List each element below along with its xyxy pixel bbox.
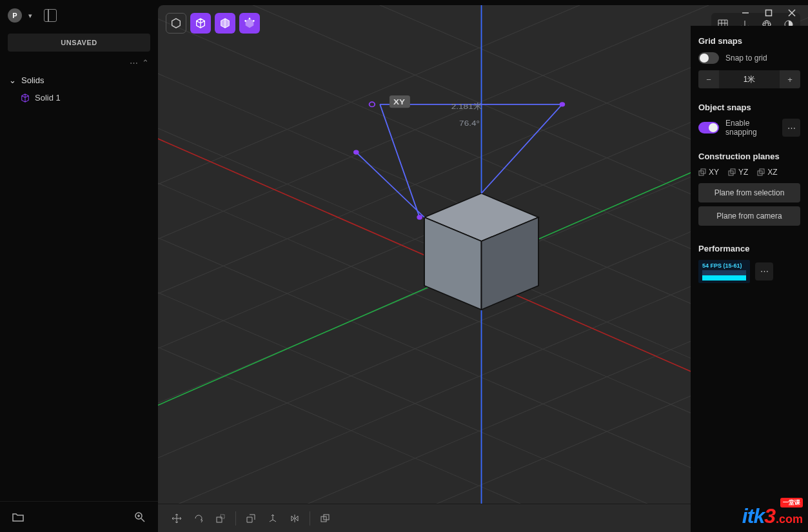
boolean-union-icon[interactable]: [241, 509, 261, 528]
rotate-tool-icon[interactable]: [189, 509, 208, 528]
xy-label: XY: [393, 98, 406, 106]
mode-vertex-button[interactable]: [239, 13, 260, 34]
window-minimize[interactable]: [740, 7, 751, 19]
svg-point-34: [417, 215, 422, 219]
fps-monitor: 54 FPS (15-61): [698, 260, 750, 283]
plane-from-camera-button[interactable]: Plane from camera: [698, 206, 800, 226]
chevron-down-icon[interactable]: ▾: [28, 12, 32, 20]
user-avatar[interactable]: P: [8, 8, 22, 23]
cube-icon: [21, 94, 30, 103]
svg-point-35: [370, 102, 375, 106]
mirror-icon[interactable]: [285, 509, 304, 528]
mode-object-button[interactable]: [166, 13, 186, 34]
grid-size-stepper[interactable]: − 1米 +: [698, 70, 800, 88]
svg-point-33: [353, 150, 359, 154]
grid-value: 1米: [719, 70, 780, 88]
object-snaps-title: Object snaps: [698, 103, 800, 112]
tree-more-icon[interactable]: ⋯: [130, 58, 138, 68]
chevron-down-icon: ⌄: [9, 75, 16, 85]
scale-tool-icon[interactable]: [211, 509, 230, 528]
svg-rect-66: [217, 517, 222, 522]
performance-more-icon[interactable]: ⋯: [755, 262, 773, 281]
folder-icon[interactable]: [12, 511, 25, 524]
construction-planes-title: Construction planes: [698, 152, 800, 161]
performance-title: Performance: [698, 244, 800, 253]
enable-snapping-toggle[interactable]: [698, 122, 719, 133]
item-label: Solid 1: [35, 93, 61, 103]
plane-xy[interactable]: XY: [698, 168, 719, 177]
save-status[interactable]: UNSAVED: [8, 34, 150, 52]
mode-face-button[interactable]: [190, 13, 211, 34]
dim-angle: 76.4°: [459, 119, 480, 128]
duplicate-icon[interactable]: [315, 509, 335, 528]
svg-rect-1: [766, 10, 772, 16]
svg-point-32: [560, 102, 566, 106]
window-maximize[interactable]: [763, 7, 774, 19]
svg-rect-67: [221, 515, 224, 518]
plane-xz[interactable]: XZ: [757, 168, 777, 177]
grid-snaps-title: Grid snaps: [698, 36, 800, 46]
tree-item-solid-1[interactable]: Solid 1: [0, 89, 158, 106]
move-tool-icon[interactable]: [167, 509, 186, 528]
cube-solid[interactable]: [424, 193, 538, 310]
tree-collapse-icon[interactable]: ⌃: [142, 58, 149, 68]
tree-group-solids[interactable]: ⌄ Solids: [0, 72, 158, 89]
window-close[interactable]: [786, 7, 798, 19]
dim-length: 2.181米: [451, 103, 482, 111]
grid-decrement[interactable]: −: [698, 70, 719, 88]
extrude-icon[interactable]: [263, 509, 282, 528]
zoom-in-icon[interactable]: [133, 511, 146, 524]
svg-point-39: [244, 20, 246, 22]
snapping-more-icon[interactable]: ⋯: [782, 119, 800, 137]
svg-point-38: [253, 20, 255, 22]
panel-toggle-icon[interactable]: [44, 9, 57, 22]
group-label: Solids: [21, 75, 44, 85]
svg-point-37: [249, 17, 251, 19]
right-panel: Grid snaps Snap to grid − 1米 + Object sn…: [691, 26, 808, 532]
mode-edge-button[interactable]: [215, 13, 235, 34]
svg-line-5: [141, 518, 144, 522]
plane-yz[interactable]: YZ: [728, 168, 748, 177]
plane-from-selection-button[interactable]: Plane from selection: [698, 183, 800, 202]
snap-to-grid-toggle[interactable]: [698, 52, 719, 64]
left-panel: P ▾ UNSAVED ⋯ ⌃ ⌄ Solids Solid 1: [0, 0, 158, 532]
grid-increment[interactable]: +: [780, 70, 800, 88]
